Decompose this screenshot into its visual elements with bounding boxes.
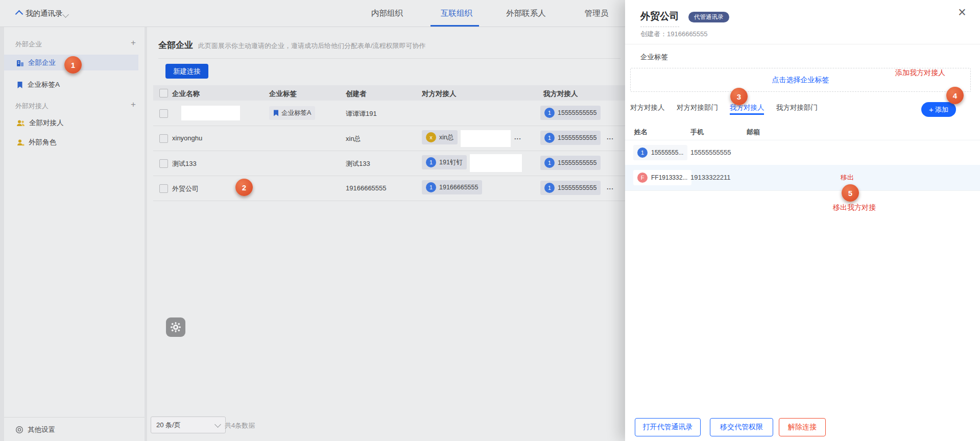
row-checkbox[interactable]	[159, 134, 168, 143]
page-size-select[interactable]: 20 条/页	[151, 416, 226, 433]
step-badge-3: 3	[730, 88, 748, 105]
col-name: 姓名	[634, 128, 648, 137]
avatar: 1	[426, 182, 436, 192]
transfer-managed-rights-button[interactable]: 移交代管权限	[710, 418, 773, 436]
contact-row[interactable]: 1 15555555... 15555555555	[625, 140, 980, 165]
company-name-cell: 外贸公司	[172, 184, 199, 193]
tab-their-departments[interactable]: 对方对接部门	[677, 103, 718, 112]
table-header: 企业名称 企业标签 创建者 对方对接人 我方对接人	[153, 85, 625, 101]
tag-label: 企业标签A	[281, 109, 311, 117]
drawer-divider	[625, 44, 980, 44]
more-contacts-ellipsis[interactable]: ...	[607, 183, 614, 191]
role-person-icon	[16, 139, 25, 146]
sidebar-footer-label: 其他设置	[28, 425, 55, 434]
more-contacts-ellipsis[interactable]: ...	[607, 133, 614, 141]
our-contact-chip[interactable]: 1 15555555555	[540, 156, 601, 170]
new-connection-button[interactable]: 新建连接	[165, 64, 208, 79]
avatar: 1	[544, 133, 555, 143]
avatar: 1	[544, 158, 555, 168]
our-contact-label: 15555555555	[558, 109, 596, 116]
sidebar-item-roles[interactable]: 外部角色	[4, 134, 138, 150]
tab-internal-org[interactable]: 内部组织	[371, 8, 403, 27]
sidebar-section-contacts: 外部对接人	[15, 102, 49, 111]
table-row[interactable]: 企业标签A 谭谭谭191 1 15555555555	[153, 101, 625, 126]
avatar: 1	[544, 108, 555, 118]
avatar: 1	[426, 157, 436, 167]
col-email: 邮箱	[747, 128, 760, 137]
their-contact-chip[interactable]: 1 19166665555	[422, 180, 482, 194]
tab-our-departments[interactable]: 我方对接部门	[776, 103, 818, 112]
avatar: x	[426, 132, 436, 142]
table-row[interactable]: 外贸公司 19166665555 1 19166665555 1 1555555…	[153, 176, 625, 201]
sidebar-item-tag-a[interactable]: 企业标签A	[4, 77, 138, 92]
gear-icon[interactable]	[166, 317, 185, 337]
drawer-tab-underline	[730, 113, 764, 115]
contact-name-chip[interactable]: 1 15555555...	[633, 145, 687, 160]
company-detail-drawer: 外贸公司 代管通讯录 × 创建者：19166665555 企业标签 点击选择企业…	[625, 0, 980, 441]
sidebar-item-label: 全部对接人	[29, 118, 64, 128]
company-name-cell: 测试133	[172, 159, 197, 168]
sidebar: 外部企业 + 全部企业 企业标签A 外部对接人 +	[4, 27, 145, 441]
tag-section-label: 企业标签	[640, 53, 668, 62]
avatar: F	[637, 173, 648, 183]
our-contact-label: 15555555555	[558, 134, 596, 141]
tab-their-contacts[interactable]: 对方对接人	[630, 103, 665, 112]
sidebar-item-label: 外部角色	[29, 138, 56, 147]
tab-admin[interactable]: 管理员	[584, 8, 609, 27]
back-icon[interactable]	[16, 11, 22, 18]
page-size-value: 20 条/页	[156, 421, 181, 430]
add-button-label: 添加	[935, 105, 948, 114]
bookmark-icon	[16, 81, 23, 89]
table-row[interactable]: 测试133 测试133 1 191钉钉 1 15555555555	[153, 151, 625, 176]
creator-cell: 19166665555	[346, 184, 387, 192]
company-name-cell: xinyonghu	[172, 134, 202, 142]
contact-phone: 15555555555	[690, 149, 731, 156]
active-tab-underline	[431, 25, 479, 27]
tab-our-contacts[interactable]: 我方对接人	[730, 103, 764, 112]
managed-directory-badge: 代管通讯录	[688, 12, 729, 22]
screen: 我的通讯录 内部组织 互联组织 外部联系人 管理员 外部企业 + 全部企业 企业…	[0, 0, 980, 441]
total-count: 共4条数据	[225, 421, 255, 430]
breadcrumb-caret-icon[interactable]	[63, 11, 68, 18]
their-contact-label: 19166665555	[439, 184, 478, 191]
sidebar-footer-settings[interactable]: 其他设置	[4, 418, 145, 441]
drawer-title: 外贸公司	[640, 10, 679, 27]
col-creator: 创建者	[346, 89, 367, 99]
add-company-icon[interactable]: +	[131, 38, 136, 47]
contact-name-chip[interactable]: F FF1913332...	[633, 170, 691, 185]
table-row[interactable]: xinyonghu xin总 x xin总 ... 1 15555555555 …	[153, 126, 625, 151]
breadcrumb[interactable]: 我的通讯录	[26, 9, 63, 18]
remove-link[interactable]: 移出	[841, 173, 854, 182]
row-checkbox[interactable]	[159, 159, 168, 168]
sidebar-item-all-contacts[interactable]: 全部对接人	[4, 115, 138, 131]
creator-cell: xin总	[346, 134, 361, 143]
our-contact-chip[interactable]: 1 15555555555	[540, 181, 601, 195]
more-contacts-ellipsis[interactable]: ...	[514, 133, 521, 141]
page-subtitle: 此页面展示你主动邀请的企业，邀请成功后给他们分配表单/流程权限即可协作	[198, 41, 426, 51]
their-contact-chip[interactable]: x xin总	[422, 130, 458, 144]
close-icon[interactable]: ×	[958, 7, 966, 18]
our-contact-label: 15555555555	[558, 159, 596, 166]
creator-cell: 测试133	[346, 159, 370, 168]
select-all-checkbox[interactable]	[159, 89, 168, 97]
step-badge-4: 4	[946, 87, 964, 104]
our-contact-chip[interactable]: 1 15555555555	[540, 131, 601, 145]
row-checkbox[interactable]	[159, 184, 168, 193]
tab-connected-org[interactable]: 互联组织	[440, 8, 473, 27]
contact-row[interactable]: F FF1913332... 19133322211 移出	[625, 165, 980, 191]
our-contact-chip[interactable]: 1 15555555555	[540, 106, 601, 120]
add-contact-icon[interactable]: +	[131, 100, 136, 109]
row-checkbox[interactable]	[159, 109, 168, 118]
avatar: 1	[637, 148, 648, 158]
disconnect-button[interactable]: 解除连接	[779, 418, 826, 436]
avatar: 1	[544, 183, 555, 193]
tab-external-contacts[interactable]: 外部联系人	[505, 8, 547, 27]
sidebar-item-label: 全部企业	[28, 58, 56, 67]
add-button[interactable]: + 添加	[921, 102, 956, 117]
our-contact-label: 15555555555	[558, 184, 596, 191]
their-contact-chip[interactable]: 1 191钉钉	[422, 155, 467, 169]
open-managed-directory-button[interactable]: 打开代管通讯录	[635, 418, 701, 436]
redacted-contact	[470, 154, 522, 172]
contact-phone: 19133322211	[690, 174, 731, 181]
people-icon	[16, 119, 25, 127]
